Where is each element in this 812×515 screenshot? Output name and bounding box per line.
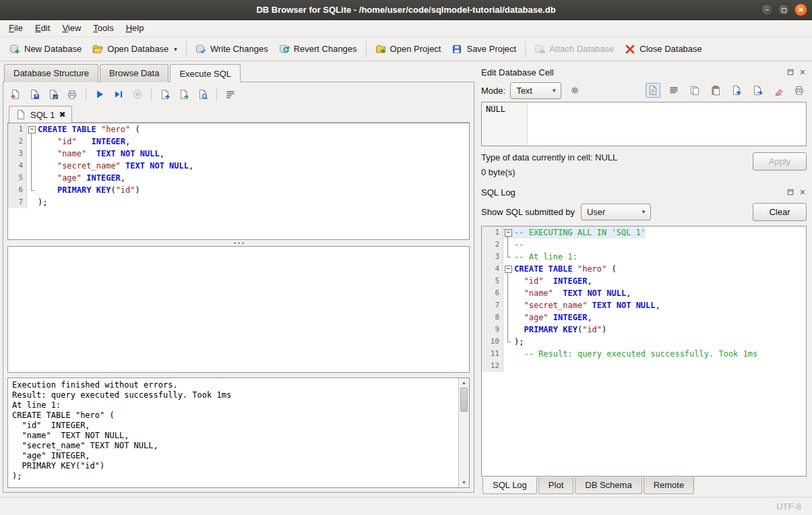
line-number: 6 bbox=[482, 287, 503, 299]
line-number: 11 bbox=[482, 348, 503, 360]
chevron-down-icon: ▾ bbox=[547, 87, 561, 94]
code-line: 2-- bbox=[482, 239, 806, 251]
stop-icon bbox=[132, 89, 143, 100]
save-sql-file-icon bbox=[29, 89, 40, 100]
menu-file[interactable]: File bbox=[3, 20, 29, 36]
scroll-down-icon[interactable]: ▼ bbox=[459, 478, 469, 487]
bottom-tab-bar: SQL Log Plot DB Schema Remote bbox=[481, 477, 807, 497]
save-results-icon bbox=[179, 89, 189, 100]
dock-float-icon[interactable] bbox=[786, 68, 794, 77]
fold-gutter bbox=[503, 275, 513, 287]
tab-close-icon[interactable]: ✖ bbox=[59, 111, 65, 119]
find-replace-button[interactable] bbox=[195, 86, 211, 102]
minimize-icon: – bbox=[766, 7, 770, 13]
sql-editor[interactable]: 1CREATE TABLE "hero" (2 "id" INTEGER,3 "… bbox=[7, 123, 470, 240]
maximize-button[interactable]: ◻ bbox=[778, 3, 790, 16]
write-changes-button[interactable]: Write Changes bbox=[190, 41, 274, 57]
menu-tools[interactable]: Tools bbox=[87, 20, 119, 36]
set-null-button[interactable] bbox=[771, 83, 786, 98]
fold-gutter bbox=[503, 324, 513, 336]
save-sql-file-as-button[interactable] bbox=[45, 86, 61, 102]
code-line: 8 "age" INTEGER, bbox=[482, 311, 806, 324]
print-icon bbox=[794, 85, 805, 96]
sql-file-tab-bar: SQL 1 ✖ bbox=[7, 104, 470, 123]
menu-help[interactable]: Help bbox=[120, 20, 150, 36]
fold-marker-icon[interactable] bbox=[503, 263, 513, 275]
save-results-button[interactable] bbox=[176, 86, 192, 102]
code-line: 6 PRIMARY KEY("id") bbox=[8, 184, 469, 196]
new-database-button[interactable]: New Database bbox=[4, 41, 87, 57]
close-button[interactable]: ✕ bbox=[794, 3, 807, 16]
dock-close-icon[interactable] bbox=[798, 188, 807, 197]
fold-gutter bbox=[27, 135, 36, 148]
tab-sql-log[interactable]: SQL Log bbox=[482, 477, 537, 494]
export-to-file-button[interactable] bbox=[750, 83, 765, 98]
menu-edit[interactable]: Edit bbox=[29, 20, 56, 36]
print-button[interactable] bbox=[64, 86, 80, 102]
open-database-button[interactable]: Open Database ▾ bbox=[87, 41, 183, 57]
submitter-select[interactable]: User ▾ bbox=[581, 204, 651, 220]
results-grid[interactable] bbox=[7, 246, 470, 373]
close-database-button[interactable]: Close Database bbox=[619, 41, 708, 57]
execution-status-text[interactable]: Execution finished without errors. Resul… bbox=[8, 378, 458, 487]
stop-button[interactable] bbox=[129, 86, 146, 102]
chevron-down-icon[interactable]: ▾ bbox=[174, 46, 177, 53]
left-panel: Database Structure Browse Data Execute S… bbox=[0, 61, 476, 497]
copy-button[interactable] bbox=[687, 83, 702, 98]
justify-button[interactable] bbox=[666, 83, 681, 98]
titlebar[interactable]: DB Browser for SQLite - /home/user/code/… bbox=[0, 0, 812, 20]
word-wrap-button[interactable] bbox=[222, 86, 239, 102]
dock-close-icon[interactable] bbox=[798, 68, 807, 77]
fold-marker-icon[interactable] bbox=[27, 123, 36, 135]
open-sql-file-button[interactable] bbox=[7, 86, 24, 102]
toolbar-separator bbox=[186, 41, 187, 57]
app-window: DB Browser for SQLite - /home/user/code/… bbox=[0, 0, 812, 515]
code-line: 11 -- Result: query executed successfull… bbox=[482, 348, 806, 360]
execute-current-line-icon bbox=[113, 89, 124, 100]
sql-file-tab[interactable]: SQL 1 ✖ bbox=[9, 106, 72, 123]
fold-gutter bbox=[503, 360, 513, 372]
minimize-button[interactable]: – bbox=[761, 3, 774, 16]
open-project-button[interactable]: Open Project bbox=[370, 41, 447, 57]
scroll-up-icon[interactable]: ▲ bbox=[459, 378, 469, 388]
text-document-button[interactable] bbox=[646, 83, 660, 98]
save-sql-file-button[interactable] bbox=[26, 86, 42, 102]
clear-button[interactable]: Clear bbox=[753, 203, 807, 221]
execute-all-button[interactable] bbox=[92, 86, 108, 102]
revert-changes-button[interactable]: Revert Changes bbox=[274, 41, 363, 57]
sql-log-editor[interactable]: 1-- EXECUTING ALL IN 'SQL 1'2--3-- At li… bbox=[481, 226, 807, 477]
revert-changes-icon bbox=[279, 44, 290, 55]
scrollbar-thumb[interactable] bbox=[460, 388, 468, 412]
code-line: 1-- EXECUTING ALL IN 'SQL 1' bbox=[482, 226, 806, 239]
fold-gutter bbox=[503, 251, 513, 263]
toolbar-separator bbox=[151, 88, 152, 100]
cell-settings-button[interactable] bbox=[566, 82, 584, 99]
fold-marker-icon[interactable] bbox=[503, 226, 513, 239]
tab-database-structure[interactable]: Database Structure bbox=[4, 64, 98, 82]
paste-button[interactable] bbox=[708, 83, 723, 98]
mode-select[interactable]: Text ▾ bbox=[510, 82, 561, 99]
code-line: 12 bbox=[482, 360, 806, 372]
tab-execute-sql[interactable]: Execute SQL bbox=[170, 64, 241, 82]
export-results-button[interactable] bbox=[157, 86, 173, 102]
fold-gutter bbox=[503, 336, 513, 348]
scrollbar[interactable]: ▲ ▼ bbox=[458, 378, 469, 487]
tab-db-schema[interactable]: DB Schema bbox=[575, 477, 642, 494]
dock-float-icon[interactable] bbox=[786, 188, 794, 197]
export-results-icon bbox=[160, 89, 170, 100]
import-from-file-button[interactable] bbox=[729, 83, 744, 98]
tab-remote[interactable]: Remote bbox=[644, 477, 695, 494]
execute-current-line-button[interactable] bbox=[111, 86, 127, 102]
save-project-button[interactable]: Save Project bbox=[446, 41, 522, 57]
menu-view[interactable]: View bbox=[56, 20, 87, 36]
line-number: 5 bbox=[482, 275, 503, 287]
tab-plot[interactable]: Plot bbox=[538, 477, 573, 494]
print-button[interactable] bbox=[792, 83, 807, 98]
line-number: 6 bbox=[8, 184, 27, 196]
encoding-indicator[interactable]: UTF-8 bbox=[776, 502, 801, 512]
tab-browse-data[interactable]: Browse Data bbox=[100, 64, 168, 82]
apply-button[interactable]: Apply bbox=[753, 152, 807, 171]
attach-database-button[interactable]: Attach Database bbox=[529, 41, 619, 57]
cell-editor[interactable]: NULL bbox=[481, 102, 807, 146]
splitter-handle[interactable] bbox=[7, 240, 470, 246]
